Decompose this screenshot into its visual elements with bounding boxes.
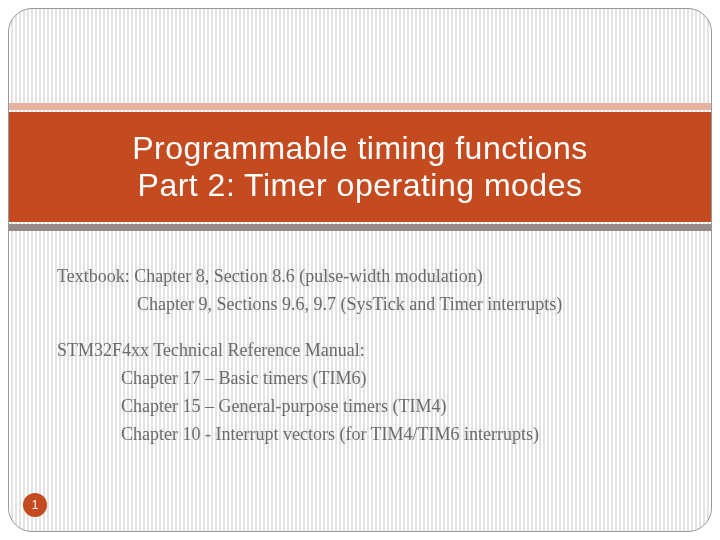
trm-line-1: Chapter 17 – Basic timers (TIM6) [57,365,671,391]
textbook-line-1: Textbook: Chapter 8, Section 8.6 (pulse-… [57,263,671,289]
title-band: Programmable timing functions Part 2: Ti… [9,112,711,222]
page-number: 1 [32,498,39,512]
slide: Programmable timing functions Part 2: Ti… [8,8,712,532]
trm-line-2: Chapter 15 – General-purpose timers (TIM… [57,393,671,419]
trm-line-3: Chapter 10 - Interrupt vectors (for TIM4… [57,421,671,447]
accent-stripe-bottom [9,224,711,231]
title-line-2: Part 2: Timer operating modes [138,167,583,204]
trm-heading: STM32F4xx Technical Reference Manual: [57,337,671,363]
content-body: Textbook: Chapter 8, Section 8.6 (pulse-… [57,263,671,450]
page-number-badge: 1 [23,493,47,517]
title-line-1: Programmable timing functions [132,130,588,167]
textbook-line-2: Chapter 9, Sections 9.6, 9.7 (SysTick an… [57,291,671,317]
accent-stripe-top [9,103,711,110]
